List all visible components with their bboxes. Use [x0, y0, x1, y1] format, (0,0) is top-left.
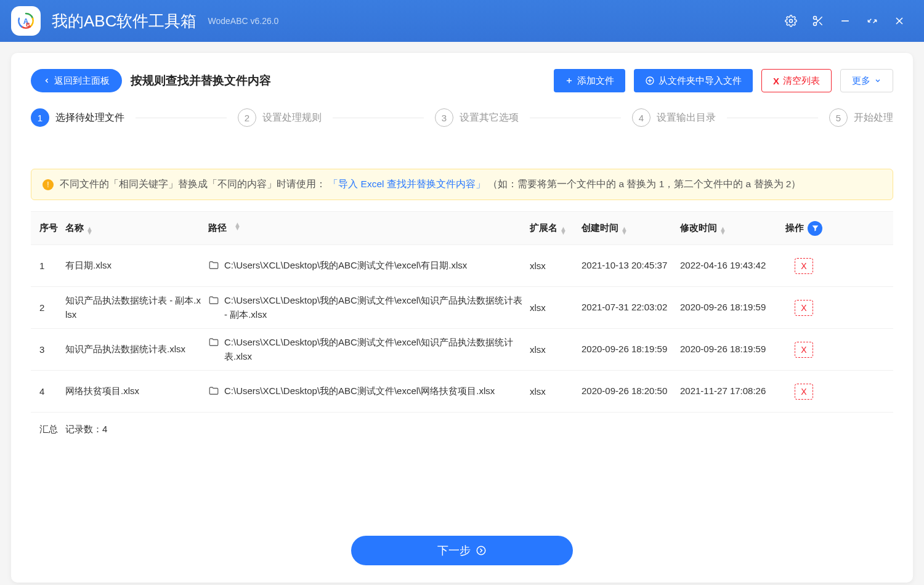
cell-name: 网络扶贫项目.xlsx [65, 384, 208, 398]
sort-icon: ▲▼ [621, 227, 628, 234]
info-icon: ! [43, 179, 54, 190]
cell-path: C:\Users\XCL\Desktop\我的ABC测试文件\excel\网络扶… [208, 384, 530, 398]
info-alert: ! 不同文件的「相同关键字」替换成「不同的内容」时请使用： 「导入 Excel … [31, 169, 893, 200]
table-row: 4网络扶贫项目.xlsxC:\Users\XCL\Desktop\我的ABC测试… [31, 371, 893, 413]
svg-line-7 [816, 19, 818, 21]
add-file-button[interactable]: 添加文件 [554, 69, 625, 92]
cell-name: 知识产品执法数据统计表.xlsx [65, 342, 208, 357]
svg-point-16 [477, 546, 485, 555]
svg-point-2 [790, 20, 793, 23]
alert-link[interactable]: 「导入 Excel 查找并替换文件内容」 [328, 179, 485, 189]
cell-index: 3 [31, 344, 65, 355]
minimize-icon[interactable] [832, 7, 859, 34]
col-index: 序号 [31, 222, 65, 234]
col-mtime[interactable]: 修改时间▲▼ [680, 222, 779, 234]
step-5[interactable]: 5开始处理 [829, 108, 893, 127]
file-table: 序号 名称▲▼ 路径▲▼ 扩展名▲▼ 创建时间▲▼ 修改时间▲▼ 操作 1有日期… [31, 211, 893, 446]
cell-ctime: 2020-09-26 18:20:50 [582, 384, 680, 398]
table-header: 序号 名称▲▼ 路径▲▼ 扩展名▲▼ 创建时间▲▼ 修改时间▲▼ 操作 [31, 212, 893, 245]
back-label: 返回到主面板 [54, 75, 110, 87]
back-button[interactable]: 返回到主面板 [31, 69, 122, 92]
app-title: 我的ABC软件工具箱 [52, 10, 197, 32]
page-title: 按规则查找并替换文件内容 [131, 73, 271, 89]
settings-icon[interactable] [777, 7, 804, 34]
col-action: 操作 [779, 221, 829, 236]
table-row: 1有日期.xlsxC:\Users\XCL\Desktop\我的ABC测试文件\… [31, 245, 893, 287]
table-row: 2知识产品执法数据统计表 - 副本.xlsxC:\Users\XCL\Deskt… [31, 287, 893, 329]
cell-path: C:\Users\XCL\Desktop\我的ABC测试文件\excel\有日期… [208, 259, 530, 273]
cell-index: 2 [31, 302, 65, 313]
step-1[interactable]: 1选择待处理文件 [31, 108, 124, 127]
svg-point-3 [814, 17, 817, 20]
clear-list-button[interactable]: X 清空列表 [761, 69, 832, 92]
cell-ctime: 2021-10-13 20:45:37 [582, 259, 680, 273]
cell-name: 知识产品执法数据统计表 - 副本.xlsx [65, 294, 208, 321]
svg-point-4 [814, 23, 817, 26]
col-name[interactable]: 名称▲▼ [65, 222, 208, 234]
cell-ctime: 2020-09-26 18:19:59 [582, 342, 680, 357]
step-2[interactable]: 2设置处理规则 [238, 108, 322, 127]
filter-icon[interactable] [808, 221, 822, 236]
summary-text: 记录数：4 [65, 424, 107, 435]
sort-icon: ▲▼ [560, 227, 567, 234]
col-ext[interactable]: 扩展名▲▼ [530, 222, 582, 234]
more-button[interactable]: 更多 [840, 69, 893, 92]
cell-ext: xlsx [530, 260, 582, 271]
cell-ext: xlsx [530, 386, 582, 397]
sort-icon: ▲▼ [234, 222, 241, 230]
delete-row-button[interactable]: X [795, 300, 813, 316]
main-panel: 返回到主面板 按规则查找并替换文件内容 添加文件 从文件夹中导入文件 X 清空列… [11, 53, 913, 583]
step-3[interactable]: 3设置其它选项 [435, 108, 519, 127]
table-row: 3知识产品执法数据统计表.xlsxC:\Users\XCL\Desktop\我的… [31, 329, 893, 371]
col-path[interactable]: 路径▲▼ [208, 222, 530, 234]
cell-mtime: 2021-11-27 17:08:26 [680, 384, 779, 398]
svg-line-6 [819, 22, 822, 25]
import-folder-button[interactable]: 从文件夹中导入文件 [634, 69, 753, 92]
cell-ctime: 2021-07-31 22:03:02 [582, 301, 680, 315]
app-logo: AB [11, 6, 41, 36]
step-4[interactable]: 4设置输出目录 [632, 108, 716, 127]
close-icon[interactable] [886, 7, 913, 34]
cell-index: 4 [31, 386, 65, 397]
cell-index: 1 [31, 260, 65, 271]
title-bar: AB 我的ABC软件工具箱 WodeABC v6.26.0 [0, 0, 924, 42]
cell-mtime: 2020-09-26 18:19:59 [680, 301, 779, 315]
delete-row-button[interactable]: X [795, 384, 813, 400]
cell-path: C:\Users\XCL\Desktop\我的ABC测试文件\excel\知识产… [208, 294, 530, 321]
cell-ext: xlsx [530, 344, 582, 355]
cell-mtime: 2020-09-26 18:19:59 [680, 342, 779, 357]
sort-icon: ▲▼ [719, 227, 726, 234]
cell-mtime: 2022-04-16 19:43:42 [680, 259, 779, 273]
delete-row-button[interactable]: X [795, 258, 813, 274]
scissors-icon[interactable] [804, 7, 832, 34]
svg-text:B: B [26, 22, 30, 28]
steps: 1选择待处理文件 2设置处理规则 3设置其它选项 4设置输出目录 5开始处理 [11, 106, 913, 144]
summary-row: 汇总 记录数：4 [31, 413, 893, 446]
cell-name: 有日期.xlsx [65, 259, 208, 273]
sort-icon: ▲▼ [86, 227, 93, 234]
app-version: WodeABC v6.26.0 [208, 16, 278, 26]
maximize-icon[interactable] [859, 7, 886, 34]
col-ctime[interactable]: 创建时间▲▼ [582, 222, 680, 234]
next-button[interactable]: 下一步 [351, 536, 573, 565]
cell-ext: xlsx [530, 302, 582, 313]
cell-path: C:\Users\XCL\Desktop\我的ABC测试文件\excel\知识产… [208, 336, 530, 363]
delete-row-button[interactable]: X [795, 342, 813, 358]
